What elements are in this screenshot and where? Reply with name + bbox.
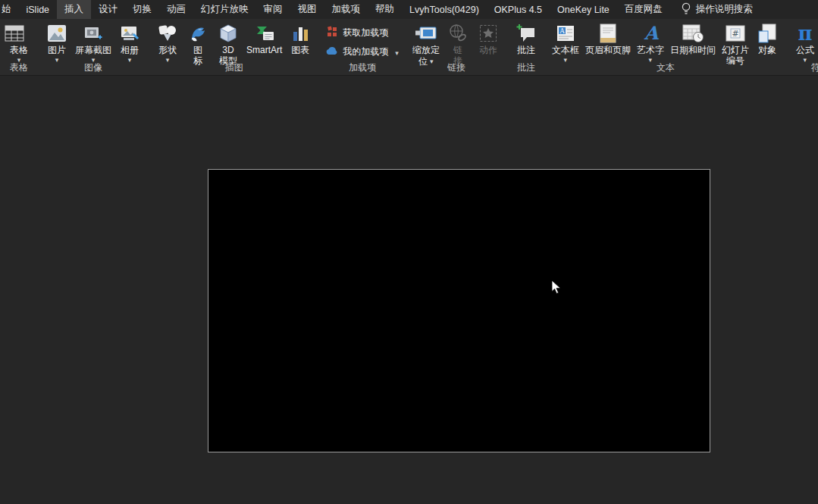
hyperlink-globe-icon	[448, 22, 468, 45]
button-label: 获取加载项	[343, 27, 388, 39]
table-button[interactable]: 表格	[4, 19, 34, 62]
screenshot-button[interactable]: 屏幕截图	[72, 19, 114, 62]
tab-addins[interactable]: 加载项	[324, 0, 368, 19]
date-time-icon	[682, 22, 704, 45]
icons-button[interactable]: 图 标	[183, 19, 213, 66]
tab-home-partial[interactable]: 始	[0, 0, 19, 19]
tell-me-search[interactable]: 操作说明搜索	[675, 0, 759, 19]
group-label-addins: 加载项	[319, 61, 406, 74]
text-box-button[interactable]: A 文本框	[549, 19, 582, 62]
svg-text:π: π	[798, 23, 812, 44]
button-label: 对象	[758, 45, 776, 55]
button-label: 页眉和页脚	[585, 45, 631, 55]
group-label-comments: 批注	[507, 61, 545, 74]
button-label: 缩放定	[412, 45, 440, 55]
button-label: 相册	[121, 45, 139, 55]
tab-label: 动画	[167, 3, 186, 16]
tab-review[interactable]: 审阅	[256, 0, 290, 19]
tab-label: 幻灯片放映	[201, 3, 249, 16]
tab-label: 帮助	[375, 3, 394, 16]
chart-button[interactable]: 图表	[285, 19, 315, 55]
tab-animations[interactable]: 动画	[159, 0, 193, 19]
tab-transitions[interactable]: 切换	[125, 0, 159, 19]
icons-bird-icon	[188, 22, 208, 45]
slide-number-button[interactable]: # 幻灯片 编号	[719, 19, 752, 66]
button-label: 屏幕截图	[75, 45, 111, 55]
photo-album-icon	[120, 22, 139, 45]
tab-design[interactable]: 设计	[91, 0, 125, 19]
button-label: 公式	[796, 45, 814, 55]
button-label: 幻灯片	[722, 45, 749, 55]
group-label-illustrations: 插图	[149, 61, 319, 74]
slide-area[interactable]	[208, 169, 710, 452]
tab-onekey-lite[interactable]: OneKey Lite	[550, 0, 617, 19]
3d-model-icon	[218, 22, 238, 45]
link-button: 链 接	[443, 19, 473, 66]
dropdown-caret-icon	[393, 47, 399, 58]
group-symbols: π 公式 Ω 符号 符号	[786, 19, 818, 75]
smartart-icon	[254, 22, 275, 45]
tab-label: iSlide	[27, 5, 50, 15]
tab-label: 插入	[64, 3, 83, 16]
group-comments: 批注 批注	[507, 19, 545, 75]
tab-lvyhtools[interactable]: LvyhTools(0429)	[402, 0, 487, 19]
date-time-button[interactable]: 日期和时间	[667, 19, 719, 55]
tab-label: LvyhTools(0429)	[409, 5, 479, 15]
chart-icon	[291, 22, 309, 45]
button-label: 动作	[479, 45, 497, 55]
button-label: 文本框	[552, 45, 579, 55]
group-label-links: 链接	[406, 61, 507, 74]
equation-button[interactable]: π 公式	[790, 19, 818, 62]
group-tables: 表格 表格	[0, 19, 38, 75]
tab-label: 加载项	[332, 3, 361, 16]
my-addins-icon	[326, 45, 338, 59]
button-label: 3D	[222, 45, 233, 55]
new-comment-icon	[516, 22, 536, 45]
tab-baidu-netdisk[interactable]: 百度网盘	[617, 0, 670, 19]
header-footer-icon	[600, 22, 616, 45]
pictures-button[interactable]: 图片	[42, 19, 72, 62]
group-label-tables: 表格	[0, 61, 38, 74]
table-icon	[5, 22, 24, 45]
button-label: 图表	[291, 45, 309, 55]
tab-view[interactable]: 视图	[290, 0, 324, 19]
group-addins: 获取加载项 我的加载项 加载项	[319, 19, 406, 75]
header-footer-button[interactable]: 页眉和页脚	[582, 19, 634, 55]
shapes-button[interactable]: 形状	[152, 19, 183, 62]
button-label: 图片	[48, 45, 66, 55]
shapes-icon	[157, 22, 178, 45]
tab-label: 视图	[298, 3, 317, 16]
wordart-button[interactable]: A 艺术字	[634, 19, 667, 62]
group-label-symbols: 符号	[786, 61, 818, 74]
group-label-text: 文本	[545, 61, 786, 74]
3d-models-button[interactable]: 3D 模型	[213, 19, 243, 66]
photo-album-button[interactable]: 相册	[114, 19, 145, 62]
group-images: 图片 屏幕截图 相册 图像	[38, 19, 149, 75]
tab-insert[interactable]: 插入	[57, 0, 91, 19]
my-addins-button[interactable]: 我的加载项	[326, 45, 399, 59]
lightbulb-icon	[681, 2, 691, 17]
tab-slideshow[interactable]: 幻灯片放映	[193, 0, 256, 19]
button-label: 形状	[158, 45, 177, 55]
get-addins-button[interactable]: 获取加载项	[326, 26, 388, 40]
button-label: SmartArt	[246, 45, 282, 55]
action-star-icon	[479, 22, 497, 45]
tab-label: OneKey Lite	[557, 5, 610, 15]
ribbon: 表格 表格 图片 屏幕截图	[0, 19, 818, 76]
object-button[interactable]: 对象	[752, 19, 782, 55]
tab-islide[interactable]: iSlide	[19, 0, 58, 19]
button-label: 日期和时间	[670, 45, 716, 55]
group-text: A 文本框 页眉和页脚 A 艺术字	[545, 19, 786, 75]
screenshot-icon	[83, 22, 103, 45]
zoom-button[interactable]: 缩放定 接位	[409, 19, 443, 67]
tab-label: 设计	[99, 3, 118, 16]
tab-label: 切换	[133, 3, 152, 16]
button-label: 表格	[10, 45, 28, 55]
smartart-button[interactable]: SmartArt	[243, 19, 285, 55]
tab-okplus[interactable]: OKPlus 4.5	[487, 0, 550, 19]
svg-text:A: A	[559, 27, 565, 35]
tab-help[interactable]: 帮助	[368, 0, 402, 19]
search-label: 操作说明搜索	[696, 3, 753, 16]
new-comment-button[interactable]: 批注	[511, 19, 541, 55]
editing-canvas	[0, 76, 818, 504]
